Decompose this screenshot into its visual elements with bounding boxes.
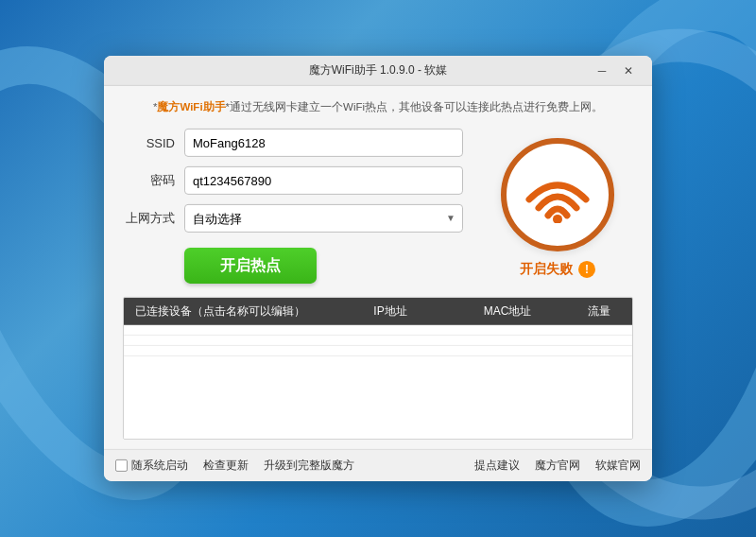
ssid-row: SSID xyxy=(123,129,463,157)
close-button[interactable]: ✕ xyxy=(616,61,641,79)
password-input[interactable] xyxy=(184,166,463,195)
check-update-link[interactable]: 检查更新 xyxy=(203,458,249,474)
main-area: SSID 密码 上网方式 自动选择 手动选择 ▼ xyxy=(123,129,633,284)
fail-label: 开启失败 xyxy=(520,261,573,278)
minimize-button[interactable]: ─ xyxy=(590,61,614,79)
fail-icon: ! xyxy=(578,261,595,278)
ssid-label: SSID xyxy=(123,136,175,150)
info-highlight: 魔方WiFi助手 xyxy=(157,101,225,113)
network-row: 上网方式 自动选择 手动选择 ▼ xyxy=(123,204,463,233)
status-fail-text: 开启失败 ! xyxy=(520,261,595,278)
window-controls: ─ ✕ xyxy=(590,61,641,79)
official-link[interactable]: 魔方官网 xyxy=(535,458,580,474)
password-label: 密码 xyxy=(123,172,175,189)
feedback-link[interactable]: 提点建议 xyxy=(474,458,520,474)
network-label: 上网方式 xyxy=(123,210,175,227)
col-flow-header: 流量 xyxy=(566,303,632,320)
start-hotspot-button[interactable]: 开启热点 xyxy=(184,248,317,284)
col-mac-header: MAC地址 xyxy=(449,303,566,320)
main-window: 魔方WiFi助手 1.0.9.0 - 软媒 ─ ✕ *魔方WiFi助手*通过无线… xyxy=(104,56,652,481)
table-header: 已连接设备（点击名称可以编辑） IP地址 MAC地址 流量 xyxy=(124,298,632,325)
autostart-label: 随系统启动 xyxy=(131,458,188,474)
table-row xyxy=(124,336,632,346)
info-text: *魔方WiFi助手*通过无线网卡建立一个WiFi热点，其他设备可以连接此热点进行… xyxy=(123,99,633,115)
title-bar: 魔方WiFi助手 1.0.9.0 - 软媒 ─ ✕ xyxy=(104,56,652,86)
device-table: 已连接设备（点击名称可以编辑） IP地址 MAC地址 流量 xyxy=(123,297,633,440)
password-row: 密码 xyxy=(123,166,463,195)
svg-point-0 xyxy=(553,215,562,223)
wifi-area: 开启失败 ! xyxy=(482,129,633,278)
window-title: 魔方WiFi助手 1.0.9.0 - 软媒 xyxy=(166,62,590,78)
ssid-input[interactable] xyxy=(184,129,463,157)
wifi-icon-svg xyxy=(520,166,595,223)
autostart-checkbox[interactable] xyxy=(115,459,128,472)
table-body xyxy=(124,325,632,439)
autostart-group: 随系统启动 xyxy=(115,458,188,474)
col-ip-header: IP地址 xyxy=(332,303,449,320)
table-row xyxy=(124,346,632,356)
table-row xyxy=(124,325,632,336)
network-select[interactable]: 自动选择 手动选择 xyxy=(184,204,463,233)
col-device-header: 已连接设备（点击名称可以编辑） xyxy=(124,303,332,320)
window-body: *魔方WiFi助手*通过无线网卡建立一个WiFi热点，其他设备可以连接此热点进行… xyxy=(104,86,652,449)
wifi-icon-circle xyxy=(501,138,614,251)
media-link[interactable]: 软媒官网 xyxy=(595,458,641,474)
network-select-wrapper: 自动选择 手动选择 ▼ xyxy=(184,204,463,233)
footer: 随系统启动 检查更新 升级到完整版魔方 提点建议 魔方官网 软媒官网 xyxy=(104,449,652,481)
upgrade-link[interactable]: 升级到完整版魔方 xyxy=(264,458,354,474)
form-section: SSID 密码 上网方式 自动选择 手动选择 ▼ xyxy=(123,129,463,284)
